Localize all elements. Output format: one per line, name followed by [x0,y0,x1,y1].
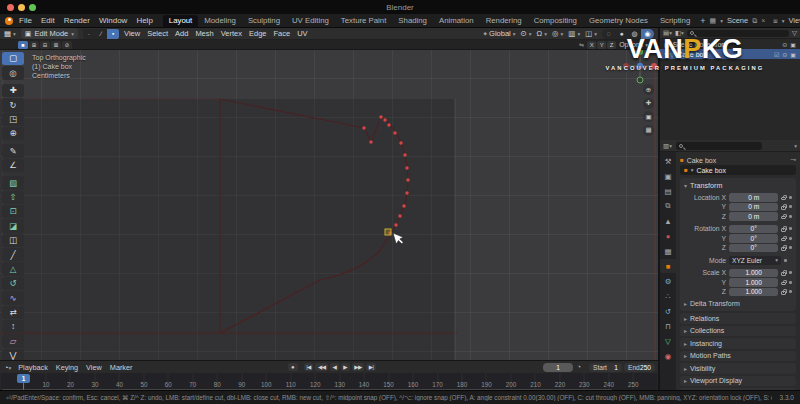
blender-logo-icon[interactable] [5,17,13,25]
pan-icon[interactable]: ✚ [643,98,654,109]
toggle-ortho-icon[interactable]: ▦ [643,125,654,136]
viewport-menu-view[interactable]: View [124,29,140,38]
animate-property-icon[interactable] [789,205,792,208]
z-value-field[interactable]: 0° [729,244,778,253]
viewport-menu-uv[interactable]: UV [297,29,307,38]
scene-browse-chevron-icon[interactable]: ▾ [720,18,723,24]
workspace-tab-layout[interactable]: Layout [163,15,198,27]
workspace-tab-uv-editing[interactable]: UV Editing [286,15,335,27]
playhead[interactable]: 1 [17,374,30,383]
properties-editor-type-icon[interactable]: ▥▾ [663,142,672,150]
tab-tool[interactable]: ⚒ [660,154,676,168]
move-tool-icon[interactable]: ✚ [2,84,24,97]
viewport-menu-edge[interactable]: Edge [249,29,267,38]
tab-object-data[interactable]: ▽ [660,334,676,348]
viewport-menu-face[interactable]: Face [274,29,291,38]
orientation-dropdown[interactable]: ⌖Global▾ [483,29,515,38]
workspace-tab-modeling[interactable]: Modeling [198,15,242,27]
hide-in-viewport-icon[interactable]: ⊙ [782,41,787,48]
pivot-dropdown[interactable]: ⊙▾ [521,29,532,38]
scale-tool-icon[interactable]: ◳ [2,113,24,126]
mirror-x-toggle[interactable]: X [587,41,596,49]
hide-in-viewport-icon[interactable]: ⊙ [782,51,787,58]
mode-value-field[interactable]: XYZ Euler▾ [729,256,781,265]
mode-intersect-button[interactable]: ⊘ [62,41,72,49]
vertex-select-button[interactable]: ∙ [83,29,95,39]
inset-faces-tool-icon[interactable]: ⊡ [2,205,24,218]
workspace-tab-compositing[interactable]: Compositing [528,15,583,27]
workspace-tab-animation[interactable]: Animation [433,15,480,27]
transform-tool-icon[interactable]: ⊕ [2,127,24,140]
z-value-field[interactable]: 1.000 [729,288,778,297]
timeline-frame-strip[interactable]: 1 10203040506070809010011012013014015016… [0,373,658,391]
shrink-fatten-tool-icon[interactable]: ↕ [2,320,24,333]
tab-world[interactable]: ● [660,229,676,243]
z-value-field[interactable]: 0 m [729,212,778,221]
auto-keying-button[interactable]: ● [288,363,298,371]
animate-property-icon[interactable] [789,290,792,293]
lock-icon[interactable] [781,282,786,286]
editor-type-button[interactable]: ▦▾ [4,29,16,38]
tab-collection[interactable]: ▦ [660,244,676,258]
mode-dropdown[interactable]: ▣Edit Mode▾ [21,28,78,39]
use-preview-range-icon[interactable]: ◔ [577,363,581,370]
y-value-field[interactable]: 1.000 [729,278,778,287]
jump-to-end-button[interactable]: ▶| [366,363,376,371]
add-workspace-button[interactable]: + [696,16,709,26]
timeline-menu-playback[interactable]: Playback [18,363,48,372]
workspace-tab-sculpting[interactable]: Sculpting [242,15,286,27]
mode-invert-button[interactable]: ⊠ [51,41,61,49]
workspace-tab-rendering[interactable]: Rendering [480,15,528,27]
poly-build-tool-icon[interactable]: △ [2,262,24,275]
prev-keyframe-button[interactable]: ◀◀ [315,363,328,371]
viewport-menu-vertex[interactable]: Vertex [221,29,242,38]
tab-modifiers[interactable]: ⚙ [660,274,676,288]
shear-tool-icon[interactable]: ▱ [2,334,24,347]
current-frame-field[interactable]: 1 [543,363,573,372]
zoom-icon[interactable]: ⊕ [643,84,654,95]
lock-icon[interactable] [781,238,786,242]
timeline-editor-type-icon[interactable]: ◔▾ [4,363,11,372]
rotation-x-value-field[interactable]: 0° [729,225,778,234]
workspace-tab-shading[interactable]: Shading [392,15,433,27]
new-scene-icon[interactable]: ⧉ [752,17,757,25]
gizmos-toggle[interactable]: ▥▾ [568,29,580,38]
spin-tool-icon[interactable]: ↺ [2,277,24,290]
next-keyframe-button[interactable]: ▶▶ [352,363,365,371]
tab-physics[interactable]: ↺ [660,304,676,318]
measure-tool-icon[interactable]: ∠ [2,159,24,172]
overlays-toggle[interactable]: ◫▾ [585,29,597,38]
rip-region-tool-icon[interactable]: ⋁ [2,349,24,360]
unlink-scene-icon[interactable]: × [761,17,765,24]
section-motion-paths[interactable]: ▸Motion Paths [680,351,796,362]
viewport-menu-mesh[interactable]: Mesh [195,29,213,38]
frame-start-field[interactable]: Start1 [589,363,622,372]
play-reverse-button[interactable]: ◀ [330,363,339,371]
timeline-menu-view[interactable]: View [86,363,102,372]
annotate-tool-icon[interactable]: ✎ [2,144,24,157]
menu-render[interactable]: Render [64,16,90,25]
properties-options-chevron-icon[interactable]: ▾ [794,143,797,149]
lock-icon[interactable] [781,206,786,210]
viewport-menu-add[interactable]: Add [175,29,188,38]
mode-subtract-button[interactable]: ⊟ [40,41,50,49]
timeline-menu-marker[interactable]: Marker [110,363,133,372]
workspace-tab-scripting[interactable]: Scripting [654,15,696,27]
tab-object[interactable]: ■ [660,259,676,273]
viewport-canvas[interactable]: ▢◎✚↻◳⊕✎∠▧⇧⊡◪◫╱△↺∿⇄↕▱⋁ Top Orthographic (… [0,50,658,360]
viewport-menu-select[interactable]: Select [147,29,168,38]
y-value-field[interactable]: 0° [729,234,778,243]
cursor-tool-icon[interactable]: ◎ [2,66,24,79]
animate-property-icon[interactable] [789,281,792,284]
section-collections[interactable]: ▸Collections [680,326,796,337]
section-instancing[interactable]: ▸Instancing [680,338,796,349]
face-select-button[interactable]: ▪ [107,29,119,39]
menu-file[interactable]: File [19,16,32,25]
timeline-menu-keying[interactable]: Keying [56,363,78,372]
mode-extend-button[interactable]: ⊞ [29,41,39,49]
animate-property-icon[interactable] [789,215,792,218]
knife-tool-icon[interactable]: ╱ [2,248,24,261]
tab-particles[interactable]: ∴ [660,289,676,303]
outliner-filter-icon[interactable]: ▽ [792,29,797,37]
play-button[interactable]: ▶ [341,363,350,371]
